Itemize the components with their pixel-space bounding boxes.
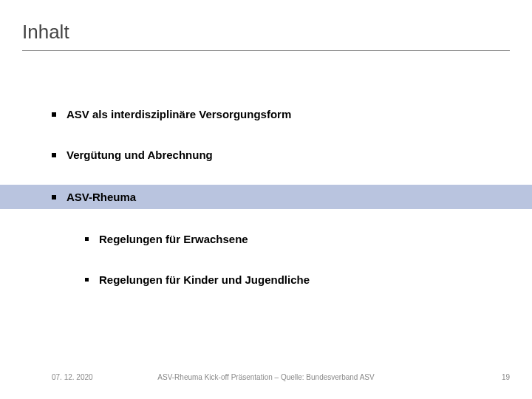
list-sub-item: Regelungen für Kinder und Jugendliche [0,269,532,290]
list-item: ASV als interdisziplinäre Versorgungsfor… [0,103,532,125]
page-title: Inhalt [22,21,69,44]
footer: 07. 12. 2020 ASV-Rheuma Kick-off Präsent… [0,373,532,381]
list-item-label: Vergütung und Abrechnung [66,149,213,161]
square-bullet-icon [52,112,56,117]
content-list: ASV als interdisziplinäre Versorgungsfor… [0,103,532,310]
list-item-label: ASV-Rheuma [66,191,136,203]
square-bullet-icon [52,153,56,157]
slide: Inhalt ASV als interdisziplinäre Versorg… [0,0,532,399]
square-bullet-icon [52,195,56,200]
footer-page-number: 19 [502,373,510,381]
list-item-highlighted: ASV-Rheuma [0,185,532,209]
list-item-label: Regelungen für Kinder und Jugendliche [99,273,310,286]
title-block: Inhalt [22,21,69,51]
square-bullet-icon [85,278,89,282]
list-sub-item: Regelungen für Erwachsene [0,228,532,250]
list-item: Vergütung und Abrechnung [0,144,532,166]
list-item-label: Regelungen für Erwachsene [99,233,248,245]
list-item-label: ASV als interdisziplinäre Versorgungsfor… [66,108,291,120]
footer-date: 07. 12. 2020 [52,373,93,381]
square-bullet-icon [85,237,89,241]
title-divider [22,50,510,51]
